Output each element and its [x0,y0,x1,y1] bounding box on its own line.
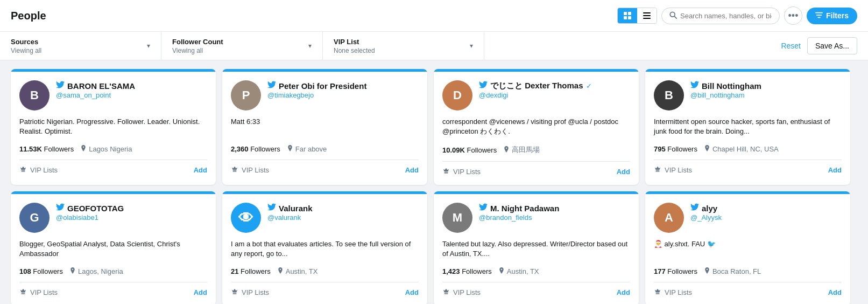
svg-rect-4 [643,12,651,13]
vip-left: VIP Lists [19,165,58,175]
sources-filter-sub: Viewing all [11,47,41,54]
filters-button[interactable]: Filters [807,8,857,24]
follower-count: 795 Followers [654,145,697,153]
card-name-block: Valurank @valurank [267,203,419,222]
add-to-vip-button[interactable]: Add [828,288,842,296]
vip-icon [231,165,238,175]
name-row: Valurank [267,203,419,213]
svg-rect-18 [22,294,25,294]
add-to-vip-button[interactable]: Add [194,166,207,174]
add-to-vip-button[interactable]: Add [617,168,630,176]
location-icon [277,267,284,275]
card-stats: 10.09K Followers 高田馬場 [442,145,630,155]
person-name: M. Night Padawan [490,204,559,213]
svg-line-8 [674,16,676,18]
location-icon [80,145,87,153]
main-content: B BARON EL'SAMA @sama_on_point Patrioti [0,60,861,304]
grid-view-button[interactable] [618,8,637,23]
svg-rect-5 [643,15,651,16]
add-to-vip-button[interactable]: Add [828,166,842,174]
follower-count: 177 Followers [654,267,697,275]
person-name: alyy [702,204,717,213]
person-card: B Bill Nottingham @bill_nottingham Inte [645,69,850,185]
vip-icon [19,165,27,175]
person-card: D でじこと Dexter Thomas ✓ @dexdigi correspo [434,69,639,185]
card-header: D でじこと Dexter Thomas ✓ @dexdigi [442,80,630,110]
card-stats: 2,360 Followers Far above [231,145,419,153]
toolbar-right: ••• Filters [617,6,857,25]
location: Far above [287,145,327,153]
person-card: 👁 Valurank @valurank I am a bot that e [222,191,427,304]
save-as-button[interactable]: Save As... [807,37,857,54]
vip-list-filter-label: VIP List [334,38,375,46]
avatar: B [654,80,684,110]
person-handle: @_Alyysk [690,213,842,222]
person-bio: Talented but lazy. Also depressed. Write… [442,239,630,261]
card-stats: 21 Followers Austin, TX [231,267,419,275]
card-header: G GEOFOTOTAG @olabisiabe1 [19,203,207,233]
person-bio: Patriotic Nigerian. Progressive. Followe… [19,117,207,139]
sources-chevron-icon: ▾ [147,42,150,50]
vip-left: VIP Lists [19,288,58,297]
svg-rect-20 [233,294,237,294]
person-bio: Intermittent open source hacker, sports … [654,117,842,139]
vip-list-chevron-icon: ▾ [470,42,473,50]
svg-rect-15 [656,170,660,171]
person-handle: @valurank [267,213,419,222]
person-card: P Peter Obi for President @timiakegbejo [222,69,427,185]
person-bio: Matt 6:33 [231,117,419,139]
card-header: B BARON EL'SAMA @sama_on_point [19,80,207,110]
vip-left: VIP Lists [442,167,481,176]
vip-label: VIP Lists [242,166,269,174]
avatar: A [654,203,684,233]
person-card: M M. Night Padawan @brandon_fields Tale [434,191,639,304]
person-bio: correspondent @vicenews / visiting prof … [442,117,630,139]
reset-button[interactable]: Reset [781,42,801,50]
follower-count-filter[interactable]: Follower Count Viewing all ▾ [161,32,323,60]
location: Lagos Nigeria [80,145,132,153]
vip-list-filter[interactable]: VIP List None selected ▾ [323,32,484,60]
name-row: M. Night Padawan [479,203,630,213]
name-row: Peter Obi for President [267,80,419,91]
search-bar[interactable] [661,8,780,24]
card-footer: VIP Lists Add [654,282,842,297]
twitter-icon [267,80,276,91]
card-stats: 11.53K Followers Lagos Nigeria [19,145,207,153]
card-header: 👁 Valurank @valurank [231,203,419,233]
vip-left: VIP Lists [231,165,269,175]
vip-list-filter-sub: None selected [334,47,375,54]
person-bio: I am a bot that evaluates articles. To s… [231,239,419,261]
sources-filter[interactable]: Sources Viewing all ▾ [0,32,161,60]
list-view-button[interactable] [637,8,657,23]
add-to-vip-button[interactable]: Add [405,166,419,174]
twitter-icon [690,80,699,91]
add-to-vip-button[interactable]: Add [405,288,419,296]
svg-rect-21 [444,293,448,293]
twitter-icon [690,203,699,213]
card-body: D でじこと Dexter Thomas ✓ @dexdigi correspo [434,72,639,185]
card-name-block: BARON EL'SAMA @sama_on_point [56,80,207,99]
twitter-icon [56,203,65,213]
card-stats: 795 Followers Chapel Hill, NC, USA [654,145,842,153]
location: Austin, TX [498,267,539,275]
name-row: BARON EL'SAMA [56,80,207,91]
card-stats: 108 Followers Lagos, Nigeria [19,267,207,275]
search-input[interactable] [680,12,772,20]
svg-rect-10 [22,171,25,172]
svg-rect-12 [233,171,237,172]
person-card: A alyy @_Alyysk 🎅 aly.shxt. FAU 🐦 [645,191,850,304]
vip-left: VIP Lists [231,288,269,297]
more-button[interactable]: ••• [784,6,802,25]
card-body: G GEOFOTOTAG @olabisiabe1 Blogger, GeoS [11,194,216,304]
add-to-vip-button[interactable]: Add [194,288,207,296]
person-handle: @bill_nottingham [690,91,842,99]
svg-rect-23 [656,293,660,293]
location-icon [503,146,510,154]
add-to-vip-button[interactable]: Add [617,288,630,296]
follower-count-chevron-icon: ▾ [308,42,312,50]
vip-icon [231,288,238,297]
filter-icon [815,11,823,20]
follower-count-filter-sub: Viewing all [172,47,223,54]
avatar: B [19,80,50,110]
svg-rect-2 [624,16,627,19]
